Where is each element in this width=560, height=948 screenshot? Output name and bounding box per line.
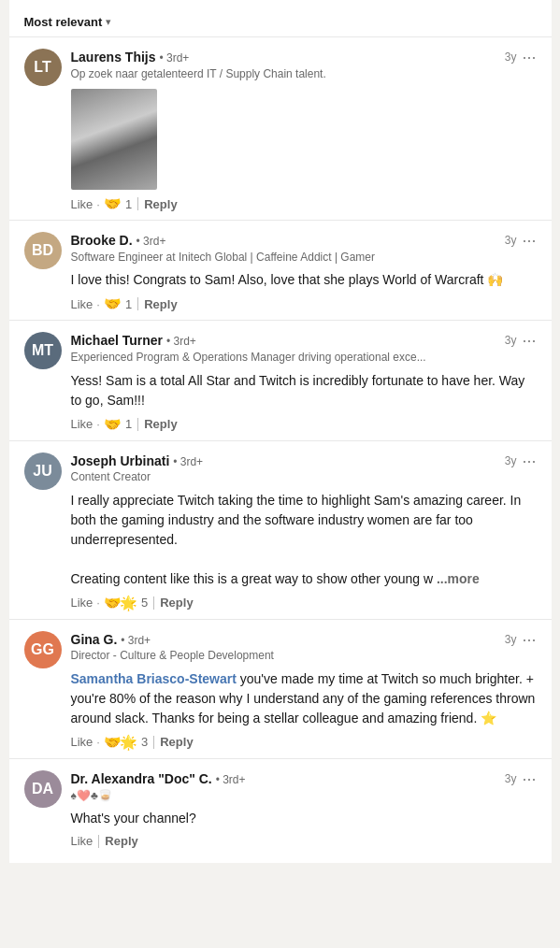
comment-actions: Like·🤝🌟5Reply <box>71 595 537 611</box>
like-button[interactable]: Like <box>71 197 93 211</box>
comment-actions: Like·🤝1Reply <box>71 295 537 312</box>
action-dot: · <box>96 596 100 610</box>
action-dot: · <box>96 417 100 431</box>
comment-header: Brooke D. • 3rd+Software Engineer at Ini… <box>71 232 537 265</box>
author-name-link[interactable]: Laurens Thijs <box>71 50 156 65</box>
degree-badge: • 3rd+ <box>159 51 189 65</box>
comment-body: Dr. Alexandra "Doc" C. • 3rd+♠️❤️♣️🥃3y··… <box>71 770 537 848</box>
author-name[interactable]: Michael Turner • 3rd+ <box>71 332 505 350</box>
more-options-button[interactable]: ··· <box>522 49 536 65</box>
avatar[interactable]: JU <box>24 452 62 490</box>
avatar[interactable]: MT <box>24 332 62 369</box>
action-dot: · <box>96 197 100 211</box>
reaction-icons: 🤝 <box>104 295 122 312</box>
avatar[interactable]: GG <box>24 631 62 668</box>
action-divider <box>153 736 154 749</box>
comment-text: Yess! Sam is a total All Star and Twitch… <box>71 371 537 410</box>
action-divider <box>137 418 138 431</box>
comment-item: JUJoseph Urbinati • 3rd+Content Creator3… <box>9 440 552 619</box>
comment-header: Gina G. • 3rd+Director - Culture & Peopl… <box>71 631 537 664</box>
like-button[interactable]: Like <box>71 596 93 610</box>
author-name-link[interactable]: Dr. Alexandra "Doc" C. <box>71 771 212 786</box>
time-ago: 3y <box>505 334 517 347</box>
more-options-button[interactable]: ··· <box>522 631 536 648</box>
reaction-count: 1 <box>125 297 132 311</box>
author-info: Gina G. • 3rd+Director - Culture & Peopl… <box>71 631 505 664</box>
author-name[interactable]: Dr. Alexandra "Doc" C. • 3rd+ <box>71 770 505 788</box>
comment-body: Laurens Thijs • 3rd+Op zoek naar getalen… <box>71 49 537 212</box>
mention-link[interactable]: Samantha Briasco-Stewart <box>71 671 237 686</box>
see-more-button[interactable]: ...more <box>437 571 480 586</box>
action-dot: · <box>96 735 100 749</box>
time-ago: 3y <box>505 50 517 64</box>
author-name-link[interactable]: Joseph Urbinati <box>71 453 170 468</box>
more-options-button[interactable]: ··· <box>522 332 536 349</box>
comment-meta: 3y··· <box>505 332 537 349</box>
comment-actions: Like·🤝1Reply <box>71 416 537 433</box>
reaction-emoji-2: 🌟 <box>120 595 137 611</box>
author-headline: ♠️❤️♣️🥃 <box>71 789 505 804</box>
comment-image-inner <box>71 89 157 190</box>
author-name-link[interactable]: Brooke D. <box>71 233 133 248</box>
author-name[interactable]: Joseph Urbinati • 3rd+ <box>71 452 505 470</box>
more-options-button[interactable]: ··· <box>522 452 536 469</box>
reaction-icons: 🤝🌟 <box>104 734 137 751</box>
more-options-button[interactable]: ··· <box>522 232 536 249</box>
action-divider <box>153 596 154 610</box>
author-name[interactable]: Laurens Thijs • 3rd+ <box>71 49 505 66</box>
reply-button[interactable]: Reply <box>144 197 177 211</box>
comment-body: Joseph Urbinati • 3rd+Content Creator3y·… <box>71 452 537 611</box>
degree-badge: • 3rd+ <box>121 634 151 647</box>
author-name[interactable]: Brooke D. • 3rd+ <box>71 232 505 250</box>
reaction-count: 5 <box>141 596 148 610</box>
sort-bar[interactable]: Most relevant ▾ <box>9 7 552 36</box>
comment-actions: Like·🤝🌟3Reply <box>71 734 537 751</box>
sort-arrow: ▾ <box>106 16 111 28</box>
reaction-count: 1 <box>125 417 132 431</box>
author-name[interactable]: Gina G. • 3rd+ <box>71 631 505 649</box>
comment-item: LTLaurens Thijs • 3rd+Op zoek naar getal… <box>9 36 552 220</box>
avatar[interactable]: DA <box>24 770 62 808</box>
author-info: Brooke D. • 3rd+Software Engineer at Ini… <box>71 232 505 265</box>
like-button[interactable]: Like <box>71 735 93 749</box>
comment-text: Samantha Briasco-Stewart you've made my … <box>71 669 537 728</box>
time-ago: 3y <box>505 772 517 785</box>
action-divider <box>137 197 138 210</box>
sort-label: Most relevant <box>24 15 103 29</box>
reply-button[interactable]: Reply <box>105 834 137 848</box>
author-headline: Op zoek naar getalenteerd IT / Supply Ch… <box>71 67 505 82</box>
comment-text: I love this! Congrats to Sam! Also, love… <box>71 270 537 290</box>
author-headline: Content Creator <box>71 470 505 485</box>
avatar[interactable]: BD <box>24 232 62 269</box>
reply-button[interactable]: Reply <box>160 596 193 610</box>
author-info: Michael Turner • 3rd+Experienced Program… <box>71 332 505 365</box>
comments-container: Most relevant ▾ LTLaurens Thijs • 3rd+Op… <box>9 0 552 863</box>
reply-button[interactable]: Reply <box>144 417 177 431</box>
reply-button[interactable]: Reply <box>144 297 177 311</box>
avatar-initials: DA <box>24 770 62 808</box>
comment-meta: 3y··· <box>505 452 537 469</box>
avatar-initials: JU <box>24 452 62 490</box>
author-headline: Software Engineer at Initech Global | Ca… <box>71 251 505 266</box>
like-button[interactable]: Like <box>71 417 93 431</box>
more-options-button[interactable]: ··· <box>522 770 536 787</box>
like-button[interactable]: Like <box>71 834 93 848</box>
degree-badge: • 3rd+ <box>136 235 166 248</box>
comment-image[interactable] <box>71 89 157 190</box>
comment-body: Brooke D. • 3rd+Software Engineer at Ini… <box>71 232 537 312</box>
degree-badge: • 3rd+ <box>216 773 246 786</box>
author-name-link[interactable]: Michael Turner <box>71 333 164 348</box>
comment-header: Dr. Alexandra "Doc" C. • 3rd+♠️❤️♣️🥃3y··… <box>71 770 537 803</box>
author-name-link[interactable]: Gina G. <box>71 632 118 647</box>
reaction-icons: 🤝 <box>104 416 122 433</box>
avatar-initials: LT <box>24 49 62 86</box>
comment-meta: 3y··· <box>505 49 537 65</box>
comments-list: LTLaurens Thijs • 3rd+Op zoek naar getal… <box>9 36 552 855</box>
degree-badge: • 3rd+ <box>166 335 196 348</box>
comment-body: Gina G. • 3rd+Director - Culture & Peopl… <box>71 631 537 751</box>
comment-item: BDBrooke D. • 3rd+Software Engineer at I… <box>9 220 552 320</box>
avatar[interactable]: LT <box>24 49 62 86</box>
like-button[interactable]: Like <box>71 297 93 311</box>
reply-button[interactable]: Reply <box>160 735 193 749</box>
comment-meta: 3y··· <box>505 770 537 787</box>
